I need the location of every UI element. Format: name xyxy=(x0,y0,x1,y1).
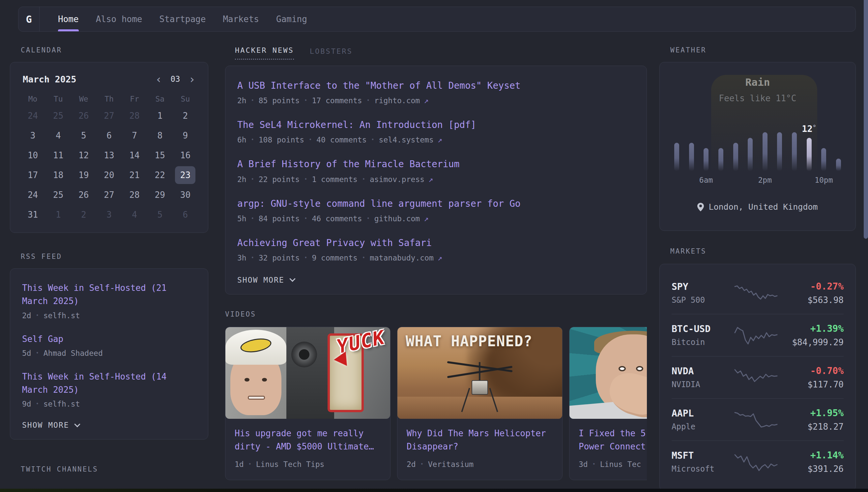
calendar-day-cell: 28 xyxy=(122,185,147,205)
market-row-msft[interactable]: MSFTMicrosoft+1.14%$391.26 xyxy=(672,441,844,483)
market-row-spy[interactable]: SPYS&P 500-0.27%$563.98 xyxy=(672,272,844,314)
calendar-weekday: Su xyxy=(173,95,198,103)
news-item-title[interactable]: argp: GNU-style command line argument pa… xyxy=(237,198,521,209)
rss-item-title[interactable]: Self Gap xyxy=(22,334,63,344)
calendar-day: 1 xyxy=(48,206,69,224)
news-item-comments[interactable]: 17 comments xyxy=(312,96,362,105)
market-price-block: +1.14%$391.26 xyxy=(781,450,844,474)
market-price-block: +1.39%$84,999.29 xyxy=(781,323,844,347)
calendar-day: 17 xyxy=(23,166,43,184)
bullet-separator: • xyxy=(248,461,252,467)
calendar-day-cell: 5 xyxy=(71,126,96,145)
hacker-news-widget: A USB Interface to the "Mother of All De… xyxy=(225,66,647,294)
calendar-day: 23 xyxy=(175,166,195,184)
video-channel[interactable]: Linus Tech Tips xyxy=(256,460,324,469)
rss-item-title[interactable]: This Week in Self-Hosted (21 March 2025) xyxy=(22,283,166,306)
calendar-day: 11 xyxy=(48,146,69,164)
nav-tab-gaming[interactable]: Gaming xyxy=(276,7,307,31)
video-channel[interactable]: Veritasium xyxy=(428,460,474,469)
item-meta: 9d•selfh.st xyxy=(22,400,196,408)
videos-row: YUCKHis upgrade got me reallydirty - AMD… xyxy=(225,327,647,480)
nav-tab-home[interactable]: Home xyxy=(58,7,79,31)
news-item-title[interactable]: Achieving Great Privacy with Safari xyxy=(237,238,432,248)
news-item-comments[interactable]: 40 comments xyxy=(316,136,366,144)
calendar-widget: March 2025 ‹ 03 › MoTuWeThFrSaSu 2425262… xyxy=(10,62,208,233)
rss-show-more-button[interactable]: SHOW MORE xyxy=(22,421,196,429)
news-item-comments[interactable]: 46 comments xyxy=(312,214,362,223)
nav-tab-label: Home xyxy=(58,14,79,24)
chevron-down-icon xyxy=(289,276,295,282)
news-item-domain[interactable]: righto.com xyxy=(374,96,420,105)
market-symbol: SPY xyxy=(672,281,731,292)
weather-bars: 12° xyxy=(674,118,841,171)
news-item-domain[interactable]: github.com xyxy=(374,214,420,223)
calendar-day: 19 xyxy=(74,166,94,184)
video-title-line: I Fixed the 5 xyxy=(579,427,647,440)
market-symbol: BTC-USD xyxy=(672,323,731,335)
calendar-day: 28 xyxy=(124,107,144,125)
video-title-line: Disappear? xyxy=(406,440,553,453)
video-thumbnail[interactable]: WHAT HAPPENED? xyxy=(397,327,562,419)
prev-month-icon[interactable]: ‹ xyxy=(155,74,162,85)
video-card[interactable]: YUCKHis upgrade got me reallydirty - AMD… xyxy=(225,327,391,480)
news-tab-lobsters[interactable]: LOBSTERS xyxy=(310,47,352,60)
video-card[interactable]: DOTHTI Fixed the 5Power Connect3d•Linus … xyxy=(569,327,647,480)
news-item-comments[interactable]: 1 comments xyxy=(312,175,357,184)
external-link-icon: ↗ xyxy=(428,175,433,184)
calendar-day-cell: 20 xyxy=(96,165,122,185)
weather-hour-bar xyxy=(733,143,738,171)
news-item: argp: GNU-style command line argument pa… xyxy=(237,197,635,223)
video-channel[interactable]: Linus Tec xyxy=(600,460,641,469)
external-link-icon: ↗ xyxy=(424,96,428,105)
video-title[interactable]: His upgrade got me reallydirty - AMD $50… xyxy=(235,427,381,453)
market-change: +1.39% xyxy=(781,323,844,334)
nav-tab-markets[interactable]: Markets xyxy=(223,7,259,31)
calendar-day-cell: 26 xyxy=(71,185,96,205)
news-item-title[interactable]: The SeL4 Microkernel: An Introduction [p… xyxy=(237,119,476,130)
scrollbar[interactable] xyxy=(864,0,868,239)
news-item-domain[interactable]: asimov.press xyxy=(370,175,424,184)
rss-item: Self Gap5d•Ahmad Shadeed xyxy=(22,333,196,358)
eye-shape xyxy=(619,366,626,371)
calendar-day: 21 xyxy=(124,166,144,184)
video-thumbnail[interactable]: DOTHT xyxy=(570,327,647,419)
market-row-aapl[interactable]: AAPLApple+1.95%$218.27 xyxy=(672,398,844,441)
news-item-domain[interactable]: sel4.systems xyxy=(379,136,434,144)
calendar-day-cell: 27 xyxy=(96,185,122,205)
bullet-separator: • xyxy=(36,401,39,407)
video-thumbnail[interactable]: YUCK xyxy=(226,327,390,419)
mouth-shape xyxy=(248,396,265,400)
item-meta: 2d•selfh.st xyxy=(22,311,196,320)
nav-tab-startpage[interactable]: Startpage xyxy=(159,7,206,31)
calendar-day: 27 xyxy=(99,186,119,204)
news-show-more-button[interactable]: SHOW MORE xyxy=(237,276,635,284)
mars-ground-shape xyxy=(397,397,562,419)
rss-item-title[interactable]: This Week in Self-Hosted (14 March 2025) xyxy=(22,372,166,395)
bullet-separator: • xyxy=(304,216,307,222)
app-logo-box[interactable]: G xyxy=(19,7,40,31)
video-title[interactable]: Why Did The Mars HelicopterDisappear? xyxy=(406,427,553,453)
video-title-line: dirty - AMD $5000 Ultimate… xyxy=(235,440,381,453)
video-card[interactable]: WHAT HAPPENED?Why Did The Mars Helicopte… xyxy=(397,327,562,480)
market-row-nvda[interactable]: NVDANVIDIA-0.70%$117.70 xyxy=(672,356,844,398)
news-item-title[interactable]: A Brief History of the Miracle Bacterium xyxy=(237,158,459,170)
video-title-line: His upgrade got me really xyxy=(235,427,381,440)
market-symbol: AAPL xyxy=(672,408,731,419)
news-item-domain[interactable]: matanabudy.com xyxy=(370,253,434,262)
video-time: 1d xyxy=(235,460,244,469)
nav-tab-also-home[interactable]: Also home xyxy=(96,7,142,31)
calendar-day: 13 xyxy=(99,146,119,164)
news-item-title[interactable]: A USB Interface to the "Mother of All De… xyxy=(237,80,521,91)
market-row-btc-usd[interactable]: BTC-USDBitcoin+1.39%$84,999.29 xyxy=(672,314,844,356)
weather-hour-bar xyxy=(777,132,782,171)
weather-widget: Rain Feels like 11°C 12° 6am2pm10pm Lond… xyxy=(659,62,856,231)
market-name: Bitcoin xyxy=(672,338,731,347)
calendar-day-cell: 14 xyxy=(122,145,147,165)
video-title[interactable]: I Fixed the 5Power Connect xyxy=(579,427,647,453)
calendar-day-cell: 22 xyxy=(147,165,173,185)
next-month-icon[interactable]: › xyxy=(189,74,195,85)
news-item-comments[interactable]: 9 comments xyxy=(312,253,357,262)
news-tab-hacker-news[interactable]: HACKER NEWS xyxy=(235,46,294,60)
markets-section-title: MARKETS xyxy=(670,247,856,255)
market-sparkline xyxy=(733,325,779,346)
